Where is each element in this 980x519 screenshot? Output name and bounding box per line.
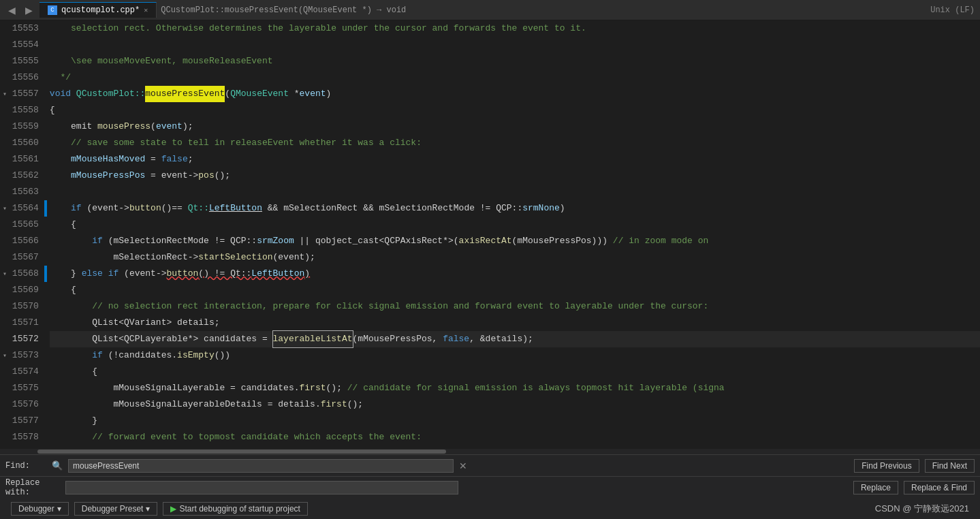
code-token: if (108, 266, 119, 282)
code-line: emit mousePress(event); (50, 119, 980, 135)
code-line: // save some state to tell in releaseEve… (50, 135, 980, 151)
line-number: 15560 (3, 135, 39, 151)
title-bar: ◀ ▶ C qcustomplot.cpp* ✕ QCustomPlot::mo… (0, 0, 980, 20)
horizontal-scrollbar[interactable] (0, 449, 980, 454)
line-number: 15562 (3, 168, 39, 184)
tab-name: qcustomplot.cpp* (61, 5, 140, 15)
replace-input[interactable] (65, 481, 458, 494)
code-token: // forward event to topmost candidate wh… (50, 429, 422, 445)
line-number: 15576 (3, 396, 39, 413)
breadcrumb-text: QCustomPlot::mousePressEvent(QMouseEvent… (161, 5, 406, 15)
code-token: ); (183, 119, 193, 135)
line-number: 15569 (3, 282, 39, 298)
encoding-label: Unix (LF) (930, 5, 975, 15)
code-token: \see mouseMoveEvent, mouseReleaseEvent (50, 53, 273, 69)
line-indicator (44, 200, 47, 217)
code-token: () != Qt:: (198, 266, 251, 282)
code-token: mMouseSignalLayerable = candidates. (50, 380, 300, 396)
code-token: if (71, 200, 82, 217)
code-content[interactable]: selection rect. Otherwise determines the… (44, 20, 980, 449)
csdn-label: CSDN @ 宁静致远2021 (875, 503, 969, 515)
code-token: } (50, 413, 97, 429)
code-token: , &details); (469, 331, 533, 347)
code-line (50, 37, 980, 53)
tab-close-button[interactable]: ✕ (144, 6, 148, 14)
code-token: (mSelectionRectMode != QCP:: (103, 233, 257, 249)
nav-back-button[interactable]: ◀ (5, 5, 18, 16)
code-line: mMouseHasMoved = false; (50, 151, 980, 168)
code-token: ( (225, 86, 230, 102)
code-token: ) (326, 86, 332, 102)
line-number: ▾ 15573 (3, 347, 39, 364)
code-token: (); (215, 168, 230, 184)
debugger-button[interactable]: Debugger ▾ (11, 502, 69, 516)
debugger-preset-button[interactable]: Debugger Preset ▾ (74, 502, 158, 516)
code-token: { (50, 282, 76, 298)
code-token: void (50, 86, 71, 102)
code-token (50, 233, 92, 249)
code-line: mSelectionRect->startSelection(event); (50, 249, 980, 266)
code-token: startSelection (198, 249, 272, 266)
nav-forward-button[interactable]: ▶ (22, 5, 35, 16)
code-token: mMousePressPos (50, 168, 145, 184)
code-line: */ (50, 69, 980, 86)
start-debug-button[interactable]: ▶ Start debugging of startup project (163, 502, 307, 516)
code-line: void QCustomPlot::mousePressEvent(QMouse… (50, 86, 980, 102)
debugger-preset-chevron-icon: ▾ (146, 504, 150, 514)
code-token: // candidate for signal emission is alwa… (347, 380, 725, 396)
line-number: 15578 (3, 429, 39, 445)
code-line: if (mSelectionRectMode != QCP::srmZoom |… (50, 233, 980, 249)
code-token: && mSelectionRect && mSelectionRectMode … (262, 200, 522, 217)
code-line: mMouseSignalLayerable = candidates.first… (50, 380, 980, 396)
code-token: QList<QVariant> details; (50, 315, 220, 331)
breadcrumb: QCustomPlot::mousePressEvent(QMouseEvent… (161, 5, 926, 15)
active-tab[interactable]: C qcustomplot.cpp* ✕ (39, 2, 157, 18)
code-token: if (92, 347, 103, 364)
find-previous-button[interactable]: Find Previous (854, 459, 919, 473)
scrollbar-thumb[interactable] (37, 450, 446, 454)
code-token: srmNone (522, 200, 560, 217)
debugger-label: Debugger (18, 504, 54, 514)
find-clear-button[interactable]: ✕ (459, 460, 467, 471)
code-token: QList<QCPLayerable*> candidates = (50, 331, 273, 347)
status-left: Debugger ▾ Debugger Preset ▾ ▶ Start deb… (11, 502, 308, 516)
code-token: button (129, 200, 161, 217)
code-token: () (161, 200, 172, 217)
code-token: ()) (215, 347, 230, 364)
line-number: 15575 (3, 380, 39, 396)
code-line: QList<QVariant> details; (50, 315, 980, 331)
code-line: { (50, 364, 980, 380)
tab-icon: C (48, 5, 57, 15)
line-number: 15574 (3, 364, 39, 380)
code-line: { (50, 217, 980, 233)
line-number: 15567 (3, 249, 39, 266)
line-number: 15563 (3, 184, 39, 200)
line-number: 15561 (3, 151, 39, 168)
code-token: LeftButton (209, 200, 262, 217)
find-next-button[interactable]: Find Next (925, 459, 975, 473)
replace-button[interactable]: Replace (853, 481, 898, 494)
code-token: (!candidates. (103, 347, 177, 364)
line-number: 15577 (3, 413, 39, 429)
code-line (50, 184, 980, 200)
code-line: if (event->button()== Qt::LeftButton && … (50, 200, 980, 217)
code-token: LeftButton (251, 266, 304, 282)
code-token: ( (151, 119, 156, 135)
code-token: mousePressEvent (145, 86, 225, 102)
code-token: } (50, 266, 82, 282)
code-token: (mMousePressPos, (353, 331, 443, 347)
replace-find-button[interactable]: Replace & Find (904, 481, 975, 494)
code-token: first (321, 396, 347, 413)
find-input[interactable] (68, 459, 454, 473)
code-token: srmZoom (257, 233, 294, 249)
find-icon: 🔍 (52, 460, 63, 471)
code-line: { (50, 282, 980, 298)
code-token (103, 266, 108, 282)
line-number: ▾ 15557 (3, 86, 39, 102)
code-token: ) (304, 266, 310, 282)
replace-row: Replace with: Replace Replace & Find (0, 477, 980, 499)
code-line: mMouseSignalLayerableDetails = details.f… (50, 396, 980, 413)
bottom-area: Find: 🔍 ✕ Find Previous Find Next Replac… (0, 454, 980, 519)
code-token: || qobject_cast<QCPAxisRect*>( (294, 233, 459, 249)
code-token: layerableListAt (273, 331, 353, 347)
